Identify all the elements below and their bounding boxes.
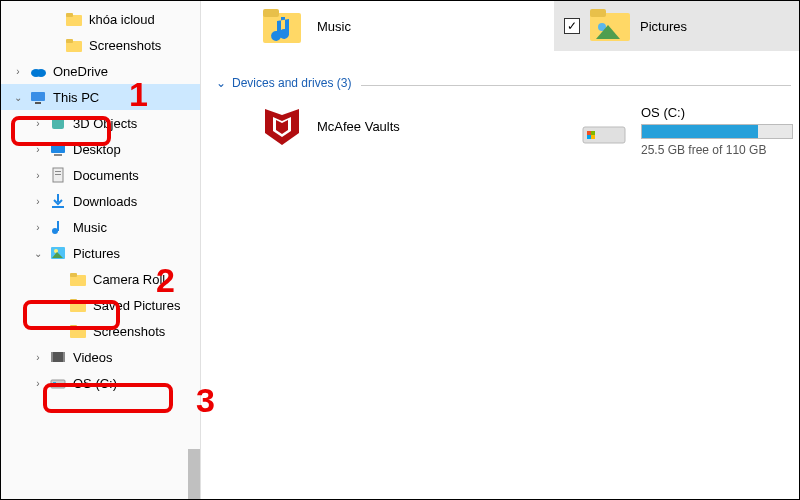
spacer-icon — [51, 298, 65, 312]
music-icon — [261, 5, 303, 47]
chevron-right-icon[interactable]: › — [31, 116, 45, 130]
tree-label: Saved Pictures — [93, 298, 180, 313]
svg-rect-6 — [31, 92, 45, 101]
section-devices-drives[interactable]: ⌄ Devices and drives (3) — [216, 76, 351, 90]
tree-label: Camera Roll — [93, 272, 165, 287]
item-drive-c[interactable]: OS (C:) 25.5 GB free of 110 GB — [581, 105, 793, 157]
svg-rect-20 — [70, 273, 77, 277]
svg-rect-24 — [70, 325, 77, 329]
svg-rect-12 — [55, 171, 61, 172]
tree-label: OneDrive — [53, 64, 108, 79]
svg-rect-10 — [54, 154, 62, 156]
pictures-icon — [49, 244, 67, 262]
tree-item-videos[interactable]: ›Videos — [1, 344, 200, 370]
svg-rect-40 — [591, 135, 595, 139]
chevron-down-icon[interactable]: ⌄ — [11, 90, 25, 104]
tree-item-pictures[interactable]: ⌄Pictures — [1, 240, 200, 266]
svg-rect-3 — [66, 39, 73, 43]
tree-label: OS (C:) — [73, 376, 117, 391]
spacer-icon — [51, 324, 65, 338]
tree-label: Downloads — [73, 194, 137, 209]
svg-rect-25 — [51, 352, 65, 362]
tree-label: Music — [73, 220, 107, 235]
pc-icon — [29, 88, 47, 106]
tree-item-downloads[interactable]: ›Downloads — [1, 188, 200, 214]
folder-music[interactable]: Music — [261, 5, 351, 47]
main-content: ✓ Pictures Music ⌄ Devices and drives (3… — [201, 1, 799, 499]
chevron-right-icon[interactable]: › — [31, 220, 45, 234]
chevron-right-icon[interactable]: › — [11, 64, 25, 78]
drive-icon — [49, 374, 67, 392]
music-icon — [49, 218, 67, 236]
onedrive-icon — [29, 62, 47, 80]
chevron-down-icon: ⌄ — [216, 76, 226, 90]
preview-label: Pictures — [640, 19, 687, 34]
tree-label: khóa icloud — [89, 12, 155, 27]
svg-rect-27 — [63, 352, 65, 362]
chevron-right-icon[interactable]: › — [31, 142, 45, 156]
spacer-icon — [51, 272, 65, 286]
svg-rect-39 — [587, 135, 591, 139]
pictures-icon — [590, 9, 630, 44]
checkbox-icon[interactable]: ✓ — [564, 18, 580, 34]
tree-item-kh-a-icloud[interactable]: khóa icloud — [1, 6, 200, 32]
drive-capacity-bar — [641, 124, 793, 139]
tree-item-3d-objects[interactable]: ›3D Objects — [1, 110, 200, 136]
tree-item-screenshots[interactable]: Screenshots — [1, 32, 200, 58]
tree-item-camera-roll[interactable]: Camera Roll — [1, 266, 200, 292]
tree-label: Documents — [73, 168, 139, 183]
chevron-down-icon[interactable]: ⌄ — [31, 246, 45, 260]
documents-icon — [49, 166, 67, 184]
music-label: Music — [317, 19, 351, 34]
drive-free-text: 25.5 GB free of 110 GB — [641, 143, 793, 157]
drive-icon — [581, 105, 627, 150]
svg-rect-26 — [51, 352, 53, 362]
tree-label: Screenshots — [89, 38, 161, 53]
svg-point-18 — [54, 249, 58, 253]
svg-rect-37 — [587, 131, 591, 135]
chevron-right-icon[interactable]: › — [31, 376, 45, 390]
svg-rect-14 — [52, 206, 64, 208]
mcafee-label: McAfee Vaults — [317, 119, 400, 134]
desktop-icon — [49, 140, 67, 158]
spacer-icon — [47, 38, 61, 52]
item-mcafee-vaults[interactable]: McAfee Vaults — [261, 105, 400, 147]
tree-item-music[interactable]: ›Music — [1, 214, 200, 240]
tree-label: Screenshots — [93, 324, 165, 339]
drive-label: OS (C:) — [641, 105, 793, 120]
tree-item-desktop[interactable]: ›Desktop — [1, 136, 200, 162]
3d-icon — [49, 114, 67, 132]
preview-bar: ✓ Pictures — [554, 1, 799, 51]
svg-rect-1 — [66, 13, 73, 17]
svg-rect-7 — [35, 102, 41, 104]
tree-label: Desktop — [73, 142, 121, 157]
tree-item-screenshots[interactable]: Screenshots — [1, 318, 200, 344]
svg-rect-16 — [57, 221, 59, 231]
chevron-right-icon[interactable]: › — [31, 194, 45, 208]
tree-item-saved-pictures[interactable]: Saved Pictures — [1, 292, 200, 318]
svg-rect-31 — [590, 9, 606, 17]
tree-item-documents[interactable]: ›Documents — [1, 162, 200, 188]
tree-item-onedrive[interactable]: ›OneDrive — [1, 58, 200, 84]
folder-icon — [69, 296, 87, 314]
tree-label: Videos — [73, 350, 113, 365]
tree-label: This PC — [53, 90, 99, 105]
svg-rect-22 — [70, 299, 77, 303]
svg-point-5 — [36, 69, 46, 77]
svg-rect-29 — [53, 382, 56, 385]
folder-icon — [69, 322, 87, 340]
tree-item-os-c-[interactable]: ›OS (C:) — [1, 370, 200, 396]
spacer-icon — [47, 12, 61, 26]
tree-label: 3D Objects — [73, 116, 137, 131]
chevron-right-icon[interactable]: › — [31, 168, 45, 182]
svg-rect-38 — [591, 131, 595, 135]
scrollbar-thumb[interactable] — [188, 449, 200, 499]
mcafee-icon — [261, 105, 303, 147]
chevron-right-icon[interactable]: › — [31, 350, 45, 364]
folder-icon — [69, 270, 87, 288]
svg-rect-8 — [52, 117, 64, 129]
tree-item-this-pc[interactable]: ⌄This PC — [1, 84, 200, 110]
svg-rect-34 — [263, 9, 279, 17]
folder-icon — [65, 10, 83, 28]
section-label: Devices and drives (3) — [232, 76, 351, 90]
